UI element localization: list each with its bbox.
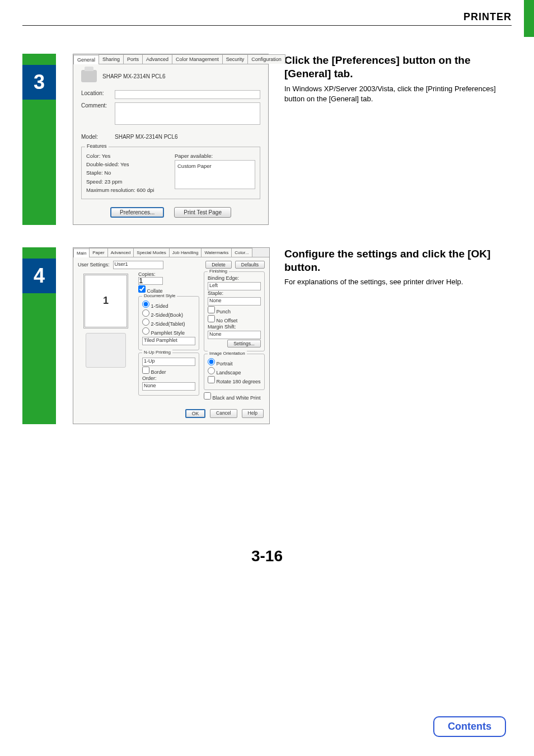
- step3-image-col: General Sharing Ports Advanced Color Man…: [56, 54, 280, 225]
- finishing-title: Finishing: [208, 269, 229, 274]
- ok-button[interactable]: OK: [185, 409, 205, 418]
- step-3: 3 General Sharing Ports Advanced Color M…: [22, 54, 512, 225]
- tab-advanced2[interactable]: Advanced: [107, 248, 134, 257]
- help-button[interactable]: Help: [242, 409, 264, 418]
- paper-available-list[interactable]: Custom Paper: [175, 160, 255, 189]
- collate-checkbox[interactable]: Collate: [138, 285, 199, 294]
- tab-ports[interactable]: Ports: [123, 54, 143, 64]
- step4-desc: For explanations of the settings, see pr…: [284, 277, 512, 288]
- tab-configuration[interactable]: Configuration: [247, 54, 285, 64]
- radio-2sided-book[interactable]: 2-Sided(Book): [142, 309, 195, 318]
- step3-title: Click the [Preferences] button on the [G…: [284, 54, 512, 81]
- features-title: Features: [85, 143, 109, 149]
- bw-print-checkbox[interactable]: Black and White Print: [204, 392, 265, 401]
- tab-special-modes[interactable]: Special Modes: [133, 248, 169, 257]
- tab-security[interactable]: Security: [222, 54, 249, 64]
- defaults-button[interactable]: Defaults: [235, 261, 265, 269]
- tab-sharing[interactable]: Sharing: [99, 54, 124, 64]
- binding-edge-label: Binding Edge:: [208, 275, 261, 281]
- preferences-button[interactable]: Preferences...: [110, 207, 164, 218]
- feat-res: Maximum resolution: 600 dpi: [86, 186, 167, 194]
- radio-landscape[interactable]: Landscape: [208, 367, 261, 375]
- delete-button[interactable]: Delete: [205, 261, 232, 269]
- printer-illustration-icon: [86, 333, 126, 368]
- tab-advanced[interactable]: Advanced: [142, 54, 172, 64]
- location-input[interactable]: [115, 90, 260, 99]
- settings-button[interactable]: Settings...: [227, 340, 261, 348]
- tab-paper[interactable]: Paper: [89, 248, 107, 257]
- print-test-page-button[interactable]: Print Test Page: [174, 207, 231, 218]
- location-label: Location:: [81, 90, 115, 99]
- order-select[interactable]: None: [142, 382, 195, 391]
- tab-watermarks[interactable]: Watermarks: [201, 248, 232, 257]
- step3-desc: In Windows XP/Server 2003/Vista, click t…: [284, 84, 512, 105]
- features-box: Features Color: Yes Double-sided: Yes St…: [81, 147, 260, 199]
- side-tab: [524, 0, 534, 37]
- step4-title: Configure the settings and click the [OK…: [284, 247, 512, 274]
- feat-color: Color: Yes: [86, 152, 167, 160]
- page-preview: 1: [83, 274, 128, 328]
- punch-checkbox[interactable]: Punch: [208, 306, 261, 314]
- step-number-4: 4: [22, 259, 56, 293]
- chapter-heading: PRINTER: [22, 11, 512, 23]
- tab-color[interactable]: Color...: [231, 248, 252, 257]
- tiled-pamphlet-select[interactable]: Tiled Pamphlet: [142, 337, 195, 345]
- step-number-3: 3: [22, 65, 56, 100]
- divider: [22, 25, 512, 26]
- step-4: 4 Main Paper Advanced Special Modes Job …: [22, 247, 512, 424]
- comment-label: Comment:: [81, 102, 115, 125]
- margin-shift-select[interactable]: None: [208, 331, 261, 339]
- page-number: 3-16: [22, 547, 512, 565]
- tab-color-mgmt[interactable]: Color Management: [172, 54, 223, 64]
- radio-1sided[interactable]: 1-Sided: [142, 300, 195, 309]
- nup-select[interactable]: 1-Up: [142, 358, 195, 366]
- printer-name: SHARP MX-2314N PCL6: [102, 73, 166, 79]
- no-offset-checkbox[interactable]: No Offset: [208, 315, 261, 323]
- printer-icon: [81, 70, 97, 82]
- feat-double: Double-sided: Yes: [86, 160, 167, 168]
- paper-available-label: Paper available:: [175, 152, 255, 160]
- paper-item: Custom Paper: [177, 162, 252, 170]
- feat-speed: Speed: 23 ppm: [86, 177, 167, 186]
- printing-preferences-dialog: Main Paper Advanced Special Modes Job Ha…: [73, 247, 270, 424]
- contents-button[interactable]: Contents: [433, 716, 506, 737]
- user-settings-label: User Settings:: [78, 262, 110, 267]
- staple-select[interactable]: None: [208, 297, 261, 306]
- tab-general[interactable]: General: [73, 55, 99, 64]
- feat-staple: Staple: No: [86, 168, 167, 177]
- radio-portrait[interactable]: Portrait: [208, 358, 261, 367]
- radio-pamphlet[interactable]: Pamphlet Style: [142, 327, 195, 336]
- image-orientation-title: Image Orientation: [208, 351, 247, 356]
- dialog-tabs: General Sharing Ports Advanced Color Man…: [73, 54, 268, 64]
- tab-job-handling[interactable]: Job Handling: [169, 248, 202, 257]
- document-style-title: Document Style: [142, 293, 177, 298]
- step-number-col: 3: [22, 54, 56, 225]
- rotate-180-checkbox[interactable]: Rotate 180 degrees: [208, 376, 261, 384]
- binding-edge-select[interactable]: Left: [208, 282, 261, 290]
- user-settings-select[interactable]: User1: [113, 261, 163, 269]
- cancel-button[interactable]: Cancel: [210, 409, 237, 418]
- comment-input[interactable]: [115, 102, 260, 125]
- border-checkbox[interactable]: Border: [142, 367, 195, 375]
- copies-label: Copies:: [138, 271, 156, 277]
- step4-image-col: Main Paper Advanced Special Modes Job Ha…: [56, 247, 280, 424]
- general-properties-dialog: General Sharing Ports Advanced Color Man…: [73, 54, 269, 225]
- model-label: Model:: [81, 134, 115, 140]
- step-number-col: 4: [22, 247, 56, 424]
- order-label: Order:: [142, 375, 195, 381]
- radio-2sided-tablet[interactable]: 2-Sided(Tablet): [142, 318, 195, 327]
- nup-title: N-Up Printing: [142, 350, 172, 355]
- margin-shift-label: Margin Shift:: [208, 324, 261, 330]
- copies-input[interactable]: [138, 277, 163, 285]
- tab-main[interactable]: Main: [73, 248, 90, 257]
- staple-label: Staple:: [208, 290, 261, 296]
- model-value: SHARP MX-2314N PCL6: [115, 134, 178, 140]
